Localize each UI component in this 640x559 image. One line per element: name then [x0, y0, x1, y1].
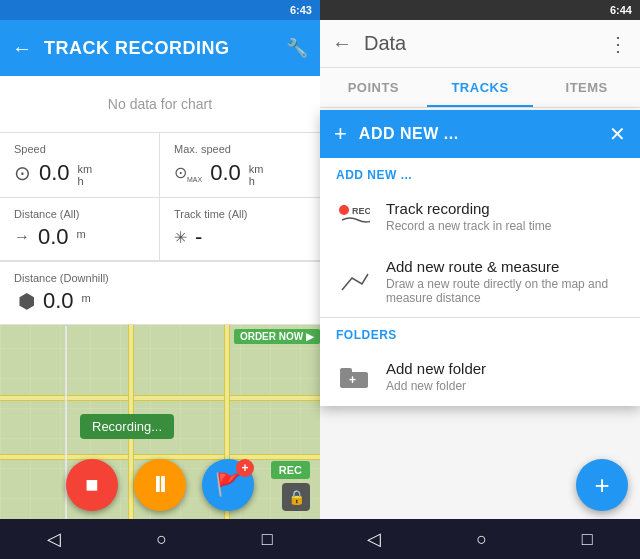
speed-icon: ⊙ — [14, 161, 31, 185]
dialog-plus-icon: + — [334, 121, 347, 147]
tabs-bar: POINTS TRACKS ITEMS — [320, 68, 640, 108]
track-recording-icon-wrap: REC — [336, 198, 372, 234]
max-speed-unit: kmh — [249, 163, 264, 187]
add-folder-icon: + — [338, 362, 370, 390]
add-folder-icon-wrap: + — [336, 358, 372, 394]
right-panel: 6:44 ← Data ⋮ POINTS TRACKS ITEMS + ADD … — [320, 0, 640, 559]
home-nav-left[interactable]: ○ — [156, 529, 167, 550]
speed-stat: Speed ⊙ 0.0 kmh — [0, 133, 160, 198]
add-folder-item[interactable]: + Add new folder Add new folder — [320, 346, 640, 406]
right-header: ← Data ⋮ — [320, 20, 640, 68]
back-nav-left[interactable]: ◁ — [47, 528, 61, 550]
downhill-label: Distance (Downhill) — [14, 272, 306, 284]
distance-icon: → — [14, 228, 30, 246]
wrench-icon[interactable]: 🔧 — [286, 37, 308, 59]
track-time-icon: ✳ — [174, 228, 187, 247]
max-speed-icon: ⊙MAX — [174, 163, 202, 183]
track-time-stat: Track time (All) ✳ - — [160, 198, 320, 261]
add-new-dialog: + ADD NEW ... ✕ ADD NEW ... REC Track re… — [320, 110, 640, 406]
downhill-icon: ⬢ — [18, 289, 35, 313]
recording-tooltip: Recording... — [80, 414, 174, 439]
recent-nav-right[interactable]: □ — [582, 529, 593, 550]
bottom-controls: ■ ⏸ 🚩 + — [0, 451, 320, 519]
fab-plus-icon: + — [594, 472, 609, 498]
track-recording-item[interactable]: REC Track recording Record a new track i… — [320, 186, 640, 246]
add-badge: + — [236, 459, 254, 477]
back-button-right[interactable]: ← — [332, 32, 352, 55]
more-menu-icon[interactable]: ⋮ — [608, 32, 628, 56]
dialog-title: ADD NEW ... — [359, 125, 597, 143]
add-route-desc: Draw a new route directly on the map and… — [386, 277, 624, 305]
nav-bar-right: ◁ ○ □ — [320, 519, 640, 559]
track-recording-text: Track recording Record a new track in re… — [386, 200, 624, 233]
stop-icon: ■ — [85, 472, 98, 498]
track-time-label: Track time (All) — [174, 208, 306, 220]
add-route-icon-wrap — [336, 264, 372, 300]
add-route-item[interactable]: Add new route & measure Draw a new route… — [320, 246, 640, 317]
downhill-value: 0.0 — [43, 288, 74, 314]
speed-unit: kmh — [78, 163, 93, 187]
speed-value: 0.0 — [39, 160, 70, 186]
distance-unit: m — [77, 228, 86, 240]
svg-text:+: + — [349, 373, 356, 387]
pause-icon: ⏸ — [149, 472, 171, 498]
distance-stat: Distance (All) → 0.0 m — [0, 198, 160, 261]
track-recording-title: Track recording — [386, 200, 624, 217]
section-folders-label: FOLDERS — [320, 318, 640, 346]
add-route-title: Add new route & measure — [386, 258, 624, 275]
pause-button[interactable]: ⏸ — [134, 459, 186, 511]
status-bar-right: 6:44 — [320, 0, 640, 20]
track-time-value: - — [195, 224, 202, 250]
stats-grid: Speed ⊙ 0.0 kmh Max. speed ⊙MAX 0.0 kmh … — [0, 133, 320, 262]
back-button-left[interactable]: ← — [12, 37, 32, 60]
flag-icon: 🚩 — [215, 472, 242, 498]
add-folder-text: Add new folder Add new folder — [386, 360, 624, 393]
fab-button[interactable]: + — [576, 459, 628, 511]
add-route-icon — [338, 268, 370, 296]
add-folder-title: Add new folder — [386, 360, 624, 377]
add-new-dialog-header: + ADD NEW ... ✕ — [320, 110, 640, 158]
chart-area: No data for chart — [0, 76, 320, 133]
recent-nav-left[interactable]: □ — [262, 529, 273, 550]
nav-bar-left: ◁ ○ □ — [0, 519, 320, 559]
distance-label: Distance (All) — [14, 208, 145, 220]
tab-items[interactable]: ITEMS — [533, 68, 640, 107]
add-waypoint-button[interactable]: 🚩 + — [202, 459, 254, 511]
left-panel: 6:43 ← TRACK RECORDING 🔧 No data for cha… — [0, 0, 320, 559]
distance-value: 0.0 — [38, 224, 69, 250]
svg-text:REC: REC — [352, 206, 370, 216]
add-route-text: Add new route & measure Draw a new route… — [386, 258, 624, 305]
downhill-section: Distance (Downhill) ⬢ 0.0 m — [0, 262, 320, 325]
add-folder-desc: Add new folder — [386, 379, 624, 393]
status-time-left: 6:43 — [290, 4, 312, 16]
max-speed-stat: Max. speed ⊙MAX 0.0 kmh — [160, 133, 320, 198]
map-road-h1 — [0, 395, 320, 401]
dialog-close-icon[interactable]: ✕ — [609, 122, 626, 146]
status-bar-left: 6:43 — [0, 0, 320, 20]
back-nav-right[interactable]: ◁ — [367, 528, 381, 550]
order-now-badge: ORDER NOW ▶ — [234, 329, 320, 344]
stop-button[interactable]: ■ — [66, 459, 118, 511]
left-header: ← TRACK RECORDING 🔧 — [0, 20, 320, 76]
speed-label: Speed — [14, 143, 145, 155]
page-title-left: TRACK RECORDING — [44, 38, 274, 59]
track-recording-desc: Record a new track in real time — [386, 219, 624, 233]
downhill-unit: m — [82, 292, 91, 304]
home-nav-right[interactable]: ○ — [476, 529, 487, 550]
section-add-new-label: ADD NEW ... — [320, 158, 640, 186]
max-speed-value: 0.0 — [210, 160, 241, 186]
track-recording-icon: REC — [338, 202, 370, 230]
status-time-right: 6:44 — [610, 4, 632, 16]
svg-point-0 — [339, 205, 349, 215]
max-speed-label: Max. speed — [174, 143, 306, 155]
tab-tracks[interactable]: TRACKS — [427, 68, 534, 107]
page-title-right: Data — [364, 32, 596, 55]
tab-points[interactable]: POINTS — [320, 68, 427, 107]
no-data-text: No data for chart — [108, 96, 212, 112]
